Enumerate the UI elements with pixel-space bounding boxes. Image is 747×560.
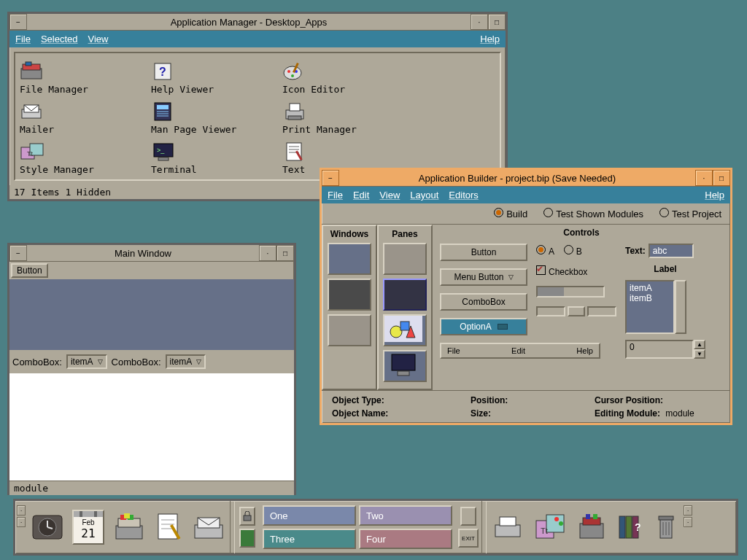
controls-heading: Controls: [440, 228, 723, 238]
panel-mail[interactable]: [187, 501, 230, 553]
help-book-icon: ?: [151, 61, 176, 82]
panel-trash[interactable]: [650, 501, 682, 553]
spin-up-icon[interactable]: ▲: [694, 340, 705, 349]
clock-icon: [31, 511, 63, 543]
svg-rect-69: [619, 516, 625, 538]
app-manager-menubar: File Selected View Help: [9, 31, 506, 47]
menu-view[interactable]: View: [88, 34, 109, 44]
workspace-two[interactable]: Two: [359, 505, 452, 526]
control-combobox[interactable]: ComboBox: [440, 293, 527, 311]
combo1[interactable]: itemA ▽: [66, 354, 107, 369]
control-scale[interactable]: [536, 306, 616, 316]
mail-tray-icon: [192, 513, 225, 541]
svg-rect-48: [158, 514, 177, 539]
palette-file-chooser[interactable]: [328, 314, 371, 346]
panel-calendar[interactable]: Feb 21: [68, 501, 109, 553]
menu-file[interactable]: File: [15, 34, 31, 44]
mini-edit[interactable]: Edit: [511, 346, 525, 355]
mode-build[interactable]: Build: [494, 208, 527, 219]
front-panel: ·· Feb 21 One Two Three Four EXIT: [13, 499, 738, 556]
list-item[interactable]: itemA: [630, 283, 670, 293]
list-item[interactable]: itemB: [630, 293, 670, 303]
app-print-manager[interactable]: Print Manager: [282, 98, 414, 138]
menu-help[interactable]: Help: [480, 34, 500, 44]
scrollbar[interactable]: [675, 280, 686, 334]
control-gauge[interactable]: [536, 286, 605, 298]
window-menu-button[interactable]: −: [322, 170, 339, 186]
control-spinbox[interactable]: 0 ▲ ▼: [625, 340, 705, 359]
window-menu-button[interactable]: −: [9, 245, 27, 261]
main-window-combo-row: ComboBox: itemA ▽ ComboBox: itemA ▽: [9, 350, 294, 373]
control-checkbox[interactable]: Checkbox: [536, 265, 616, 277]
workspace-three[interactable]: Three: [263, 529, 356, 549]
app-icon-editor[interactable]: Icon Editor: [282, 58, 414, 98]
mini-file[interactable]: File: [447, 346, 460, 355]
status-object-type: Object Type:: [332, 395, 471, 405]
minimize-button[interactable]: ·: [695, 170, 713, 186]
app-terminal[interactable]: >_ Terminal: [151, 138, 282, 178]
minimize-button[interactable]: ·: [259, 245, 276, 261]
windows-column: Windows: [322, 225, 377, 390]
menu-view[interactable]: View: [379, 190, 400, 201]
panel-clock[interactable]: [27, 501, 68, 553]
printer-icon: [491, 513, 525, 541]
menu-help[interactable]: Help: [705, 190, 724, 201]
app-style-manager[interactable]: Tt Style Manager: [20, 138, 151, 178]
palette-main-window[interactable]: [328, 243, 371, 275]
mode-test-shown[interactable]: Test Shown Modules: [543, 208, 643, 219]
maximize-button[interactable]: □: [713, 170, 730, 186]
control-menu-button[interactable]: Menu Button ▽: [440, 268, 527, 286]
palette-text-pane[interactable]: [383, 279, 427, 311]
app-mailer[interactable]: Mailer: [20, 98, 151, 138]
menu-selected[interactable]: Selected: [41, 34, 78, 44]
menu-layout[interactable]: Layout: [410, 190, 438, 201]
palette-dialog[interactable]: [328, 279, 371, 311]
control-label[interactable]: Label: [625, 264, 705, 274]
panel-handle-left[interactable]: ··: [15, 501, 27, 553]
app-builder-titlebar[interactable]: − Application Builder - project.bip (Sav…: [322, 170, 730, 187]
control-text-field[interactable]: Text: abc: [625, 244, 705, 258]
control-option-menu[interactable]: OptionA: [440, 318, 527, 335]
panel-app-manager[interactable]: [571, 501, 612, 553]
chevron-down-icon: ▽: [508, 273, 514, 281]
spin-value[interactable]: 0: [625, 340, 694, 359]
maximize-button[interactable]: □: [488, 14, 506, 30]
window-menu-button[interactable]: −: [9, 14, 27, 30]
menu-edit[interactable]: Edit: [353, 190, 369, 201]
app-help-viewer[interactable]: ? Help Viewer: [151, 58, 282, 98]
main-window-titlebar[interactable]: − Main Window · □: [9, 245, 294, 262]
palette-term-pane[interactable]: [383, 350, 427, 382]
app-file-manager[interactable]: File Manager: [20, 58, 151, 98]
menu-file[interactable]: File: [328, 190, 343, 201]
app-manager-titlebar[interactable]: − Application Manager - Desktop_Apps · □: [9, 14, 506, 31]
panel-file-manager[interactable]: [109, 501, 150, 553]
main-button[interactable]: Button: [11, 263, 48, 278]
workspace-one[interactable]: One: [263, 505, 356, 526]
svg-rect-59: [500, 517, 516, 526]
control-listbox[interactable]: itemA itemB: [625, 280, 705, 334]
maximize-button[interactable]: □: [276, 245, 294, 261]
control-radio-group[interactable]: A B: [536, 245, 616, 257]
minimize-button[interactable]: ·: [471, 14, 488, 30]
main-window-toolbar: Button: [9, 262, 294, 279]
palette-control-pane[interactable]: [383, 243, 427, 275]
text-value[interactable]: abc: [649, 244, 694, 258]
panel-lock[interactable]: [239, 507, 255, 526]
panel-help[interactable]: ?: [612, 501, 650, 553]
panel-style-manager[interactable]: Tt: [529, 501, 571, 553]
mode-test-project[interactable]: Test Project: [659, 208, 721, 219]
workspace-four[interactable]: Four: [359, 529, 452, 549]
combo2[interactable]: itemA ▽: [166, 354, 206, 369]
palette-draw-pane[interactable]: [383, 314, 427, 346]
combo2-value: itemA: [170, 357, 193, 367]
panel-exit[interactable]: EXIT: [458, 529, 479, 548]
menu-editors[interactable]: Editors: [449, 190, 478, 201]
panel-handle-right[interactable]: ··: [682, 501, 694, 553]
icon-label: Terminal: [151, 164, 197, 175]
cal-day: 21: [74, 526, 103, 540]
spin-down-icon[interactable]: ▼: [694, 349, 705, 359]
panel-printer[interactable]: [487, 501, 529, 553]
panel-text-editor[interactable]: [150, 501, 187, 553]
control-button[interactable]: Button: [440, 244, 527, 261]
app-man-page[interactable]: Man Page Viewer: [151, 98, 282, 138]
